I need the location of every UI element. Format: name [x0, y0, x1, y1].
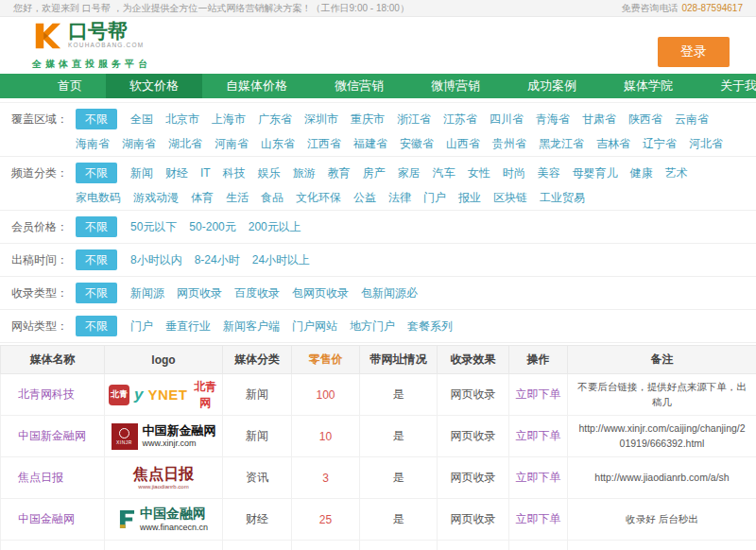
filter-option[interactable]: 艺术	[665, 163, 688, 183]
filter-option[interactable]: 门户	[423, 187, 446, 208]
filter-option[interactable]: 科技	[223, 163, 246, 183]
order-button[interactable]: 立即下单	[509, 541, 568, 550]
nav-item-3[interactable]: 微信营销	[311, 74, 407, 98]
nav-item-5[interactable]: 成功案例	[504, 74, 600, 98]
filter-selected-chip[interactable]: 不限	[76, 163, 117, 183]
filter-option[interactable]: 海南省	[76, 133, 110, 154]
filter-selected-chip[interactable]: 不限	[76, 109, 117, 129]
filter-option[interactable]: 公益	[353, 187, 376, 208]
filter-option[interactable]: 甘肃省	[582, 109, 616, 129]
filter-option[interactable]: 辽宁省	[643, 133, 677, 154]
filter-option[interactable]: 法律	[388, 187, 411, 208]
filter-option[interactable]: 新闻源	[130, 283, 164, 303]
filter-option[interactable]: 山西省	[446, 133, 480, 154]
filter-option[interactable]: 江西省	[307, 133, 341, 154]
order-button[interactable]: 立即下单	[509, 374, 568, 416]
filter-selected-chip[interactable]: 不限	[76, 316, 117, 336]
filter-option[interactable]: 云南省	[675, 109, 709, 129]
order-button[interactable]: 立即下单	[509, 499, 568, 541]
media-name[interactable]: 焦点日报	[1, 457, 105, 499]
order-button[interactable]: 立即下单	[509, 457, 568, 499]
filter-option[interactable]: 包新闻源必	[361, 283, 418, 303]
brand-logo[interactable]: 口号帮 KOUHAOBANG.COM 全媒体直投服务平台	[32, 21, 151, 71]
filter-option[interactable]: 娱乐	[258, 163, 281, 183]
filter-option[interactable]: 女性	[468, 163, 490, 183]
filter-option[interactable]: 200元以上	[249, 216, 301, 237]
filter-option[interactable]: 门户网站	[292, 316, 337, 336]
media-name[interactable]: 猛牛财经网	[1, 541, 105, 550]
login-button[interactable]: 登录	[658, 37, 730, 67]
filter-option[interactable]: 8-24小时	[195, 249, 240, 270]
filter-option[interactable]: 江苏省	[443, 109, 477, 129]
filter-option[interactable]: 游戏动漫	[133, 187, 179, 208]
filter-option[interactable]: IT	[200, 163, 211, 183]
filter-option[interactable]: 新闻客户端	[223, 316, 280, 336]
filter-option[interactable]: 安徽省	[400, 133, 434, 154]
filter-option[interactable]: 北京市	[165, 109, 199, 129]
nav-item-2[interactable]: 自媒体价格	[202, 74, 311, 98]
filter-option[interactable]: 黑龙江省	[539, 133, 584, 154]
filter-option[interactable]: 汽车	[433, 163, 455, 183]
media-logo-cell: XINJR中国新金融网www.xinjr.com	[105, 416, 223, 457]
nav-item-7[interactable]: 关于我们	[696, 74, 756, 98]
filter-option[interactable]: 美容	[538, 163, 560, 183]
filter-option[interactable]: 50-200元	[189, 216, 235, 237]
filter-option[interactable]: 门户	[130, 316, 153, 336]
filter-option[interactable]: 文化环保	[296, 187, 341, 208]
filter-option[interactable]: 教育	[328, 163, 351, 183]
filter-option[interactable]: 时尚	[503, 163, 525, 183]
filter-selected-chip[interactable]: 不限	[76, 249, 117, 270]
filter-option[interactable]: 8小时以内	[130, 249, 182, 270]
filter-option[interactable]: 母婴育儿	[573, 163, 618, 183]
filter-option[interactable]: 湖南省	[122, 133, 156, 154]
filter-option[interactable]: 山东省	[261, 133, 295, 154]
filter-option[interactable]: 体育	[191, 187, 214, 208]
filter-selected-chip[interactable]: 不限	[76, 216, 117, 237]
media-name[interactable]: 北青网科技	[1, 374, 105, 416]
filter-option[interactable]: 全国	[130, 109, 153, 129]
filter-option[interactable]: 百度收录	[234, 283, 280, 303]
filter-option[interactable]: 财经	[165, 163, 188, 183]
nav-item-4[interactable]: 微博营销	[407, 74, 504, 98]
filter-option[interactable]: 福建省	[353, 133, 387, 154]
filter-option[interactable]: 房产	[363, 163, 386, 183]
nav-item-0[interactable]: 首页	[34, 74, 106, 98]
filter-option[interactable]: 包网页收录	[292, 283, 349, 303]
media-name[interactable]: 中国新金融网	[1, 416, 105, 457]
filter-option[interactable]: 报业	[458, 187, 481, 208]
filter-option[interactable]: 24小时以上	[252, 249, 310, 270]
filter-option[interactable]: 食品	[261, 187, 284, 208]
filter-option[interactable]: 青海省	[536, 109, 570, 129]
order-button[interactable]: 立即下单	[509, 416, 568, 457]
filter-option[interactable]: 地方门户	[350, 316, 395, 336]
filter-selected-chip[interactable]: 不限	[76, 283, 117, 303]
filter-option[interactable]: 陕西省	[628, 109, 662, 129]
filter-option[interactable]: 新闻	[130, 163, 153, 183]
nav-item-6[interactable]: 媒体学院	[600, 74, 696, 98]
filter-option[interactable]: 工业贸易	[540, 187, 585, 208]
filter-option[interactable]: 重庆市	[351, 109, 385, 129]
filter-option[interactable]: 旅游	[293, 163, 316, 183]
filter-option[interactable]: 套餐系列	[407, 316, 453, 336]
filter-option[interactable]: 广东省	[258, 109, 292, 129]
filter-option[interactable]: 四川省	[490, 109, 524, 129]
filter-option[interactable]: 吉林省	[596, 133, 630, 154]
filter-option[interactable]: 深圳市	[304, 109, 338, 129]
filter-option[interactable]: 河南省	[215, 133, 249, 154]
filter-option[interactable]: 湖北省	[168, 133, 202, 154]
filter-option[interactable]: 贵州省	[492, 133, 526, 154]
filter-option[interactable]: 家居	[398, 163, 421, 183]
filter-option[interactable]: 生活	[226, 187, 249, 208]
filter-option[interactable]: 区块链	[493, 187, 527, 208]
filter-option[interactable]: 健康	[630, 163, 653, 183]
filter-option[interactable]: 浙江省	[397, 109, 431, 129]
filter-option[interactable]: 垂直行业	[165, 316, 211, 336]
filter-option[interactable]: 家电数码	[76, 187, 121, 208]
filter-option[interactable]: 50元以下	[130, 216, 177, 237]
filter-option[interactable]: 上海市	[212, 109, 246, 129]
index-effect: 网页收录	[438, 541, 509, 550]
filter-option[interactable]: 河北省	[689, 133, 723, 154]
nav-item-1[interactable]: 软文价格	[106, 74, 202, 98]
media-name[interactable]: 中国金融网	[1, 499, 105, 541]
filter-option[interactable]: 网页收录	[177, 283, 222, 303]
